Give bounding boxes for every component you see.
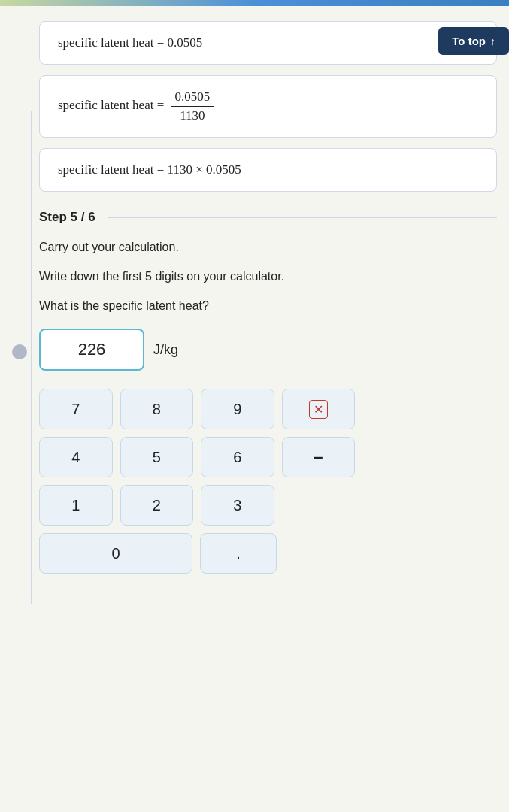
step-header-row: Step 5 / 6 <box>39 210 497 225</box>
key-7[interactable]: 7 <box>39 389 113 429</box>
instruction-line-3: What is the specific latent heat? <box>39 297 497 316</box>
key-3[interactable]: 3 <box>201 485 274 526</box>
formula-box-1: specific latent heat = 0.0505 <box>39 21 497 65</box>
formula-box-3: specific latent heat = 1130 × 0.0505 <box>39 148 497 192</box>
keypad-grid: 7 8 9 ✕ 4 5 6 – 1 2 3 <box>39 389 355 526</box>
key-0[interactable]: 0 <box>39 533 192 574</box>
key-2[interactable]: 2 <box>120 485 194 526</box>
top-progress-bar <box>0 0 509 6</box>
step-divider-line <box>108 217 497 218</box>
unit-label: J/kg <box>153 342 178 358</box>
key-backspace[interactable]: ✕ <box>282 389 356 429</box>
formula-box-2: specific latent heat = 0.0505 1130 <box>39 75 497 138</box>
instruction-line-2: Write down the first 5 digits on your ca… <box>39 268 497 286</box>
step-timeline-line <box>31 111 32 604</box>
main-content: To top ↑ specific latent heat = 0.0505 s… <box>39 14 509 604</box>
key-dot[interactable]: . <box>200 533 277 574</box>
step-content: Carry out your calculation. Write down t… <box>39 238 497 315</box>
backspace-icon: ✕ <box>309 400 328 419</box>
formula-2-fraction: 0.0505 1130 <box>171 89 215 123</box>
step-dot <box>12 344 27 359</box>
key-minus[interactable]: – <box>282 437 356 477</box>
fraction-numerator: 0.0505 <box>171 89 215 107</box>
keypad-bottom-row: 0 . <box>39 533 277 574</box>
to-top-label: To top <box>452 35 486 47</box>
instruction-line-1: Carry out your calculation. <box>39 238 497 257</box>
formula-1-text: specific latent heat = 0.0505 <box>58 35 202 50</box>
fraction-denominator: 1130 <box>175 107 209 123</box>
key-5[interactable]: 5 <box>120 437 194 477</box>
left-sidebar <box>0 14 39 604</box>
step-header-label: Step 5 / 6 <box>39 210 95 225</box>
formula-3-text: specific latent heat = 1130 × 0.0505 <box>58 162 241 177</box>
to-top-arrow-icon: ↑ <box>490 35 495 47</box>
key-6[interactable]: 6 <box>201 437 274 477</box>
key-1[interactable]: 1 <box>39 485 113 526</box>
formula-2-prefix: specific latent heat = <box>58 98 164 112</box>
key-8[interactable]: 8 <box>120 389 194 429</box>
answer-row: J/kg <box>39 329 497 371</box>
key-4[interactable]: 4 <box>39 437 113 477</box>
to-top-button[interactable]: To top ↑ <box>438 27 509 55</box>
answer-input[interactable] <box>39 329 144 371</box>
key-9[interactable]: 9 <box>201 389 274 429</box>
